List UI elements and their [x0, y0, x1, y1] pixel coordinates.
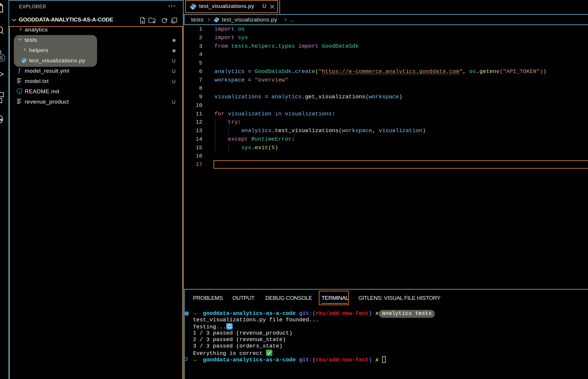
- svg-text:i: i: [19, 89, 20, 94]
- svg-text:5: 5: [0, 56, 3, 61]
